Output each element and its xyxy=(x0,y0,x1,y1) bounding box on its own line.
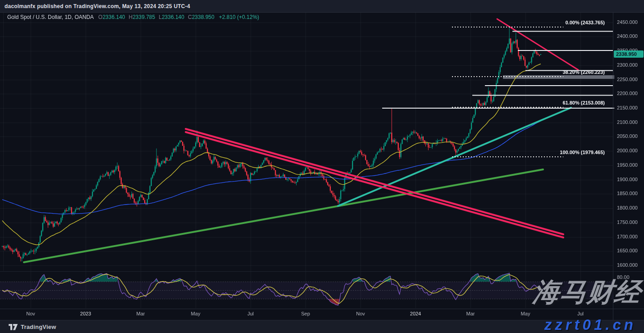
price-tick-label: 1850.000 xyxy=(617,191,638,196)
fib-level-label: 100.00% (1979.465) xyxy=(560,150,605,155)
time-label-month: Mar xyxy=(137,311,145,316)
time-label-month: May xyxy=(521,311,530,316)
last-price-badge: 2338.950 xyxy=(614,50,644,58)
price-axis[interactable]: 2450.0002400.0002350.0002300.0002250.000… xyxy=(613,12,644,309)
time-label-month: Mar xyxy=(466,311,475,316)
time-axis[interactable]: Nov2023MarMayJulSepNov2024MarMayJul xyxy=(0,309,613,320)
price-tick-label: 2050.000 xyxy=(617,133,638,139)
fib-level-label: 61.80% (2153.008) xyxy=(562,100,605,105)
price-tick-label: 2300.000 xyxy=(617,62,638,68)
ohlc-values: O2336.140H2339.785L2336.140C2338.950 xyxy=(98,14,218,20)
fib-level-label: 38.20% (2260.223) xyxy=(562,69,605,75)
price-tick-label: 1650.000 xyxy=(617,248,638,253)
price-tick-label: 1900.000 xyxy=(617,177,638,182)
change-value: +2.810 (+0.12%) xyxy=(219,14,259,20)
price-tick-label: 2000.000 xyxy=(617,148,638,153)
time-label-month: May xyxy=(191,311,201,316)
publish-info-bar: dacolmanfx published on TradingView.com,… xyxy=(0,0,644,13)
price-tick-label: 2450.000 xyxy=(617,19,638,25)
tradingview-logo[interactable]: TradingView xyxy=(9,324,56,330)
tradingview-logo-icon xyxy=(9,324,18,330)
ohlc-token: O2336.140 xyxy=(98,14,125,20)
price-tick-label: 1700.000 xyxy=(617,234,638,239)
publish-info-text: dacolmanfx published on TradingView.com,… xyxy=(5,3,190,9)
tradingview-published-chart: dacolmanfx published on TradingView.com,… xyxy=(0,0,644,333)
time-label-year: 2024 xyxy=(410,311,421,316)
price-tick-label: 1950.000 xyxy=(617,162,638,168)
price-tick-label: 1800.000 xyxy=(617,205,638,210)
watermark-chinese: 海马财经 xyxy=(531,275,643,310)
price-tick-label: 2100.000 xyxy=(617,119,638,125)
tradingview-logo-text: TradingView xyxy=(21,324,56,330)
price-tick-label: 2150.000 xyxy=(617,105,638,110)
pane-separator[interactable] xyxy=(0,271,644,272)
fib-level-label: 0.00% (2433.765) xyxy=(566,20,605,25)
watermark-url: zzrt01.cn xyxy=(544,316,636,333)
time-label-month: Nov xyxy=(26,311,35,316)
price-tick-label: 2200.000 xyxy=(617,91,638,96)
time-label-month: Nov xyxy=(356,311,365,316)
price-tick-label: 1600.000 xyxy=(617,262,638,268)
ohlc-token: C2338.950 xyxy=(188,14,215,20)
time-label-year: 2023 xyxy=(80,311,91,316)
ohlc-token: L2336.140 xyxy=(159,14,184,20)
price-tick-label: 2250.000 xyxy=(617,77,638,82)
price-tick-label: 1750.000 xyxy=(617,219,638,225)
symbol-legend: Gold Spot / U.S. Dollar, 1D, OANDA O2336… xyxy=(7,14,259,20)
symbol-title: Gold Spot / U.S. Dollar, 1D, OANDA xyxy=(7,14,94,20)
time-label-month: Jul xyxy=(577,311,584,316)
time-label-month: Jul xyxy=(247,311,254,316)
price-tick-label: 2400.000 xyxy=(617,33,638,39)
time-label-month: Sep xyxy=(301,311,310,316)
ohlc-token: H2339.785 xyxy=(128,14,155,20)
